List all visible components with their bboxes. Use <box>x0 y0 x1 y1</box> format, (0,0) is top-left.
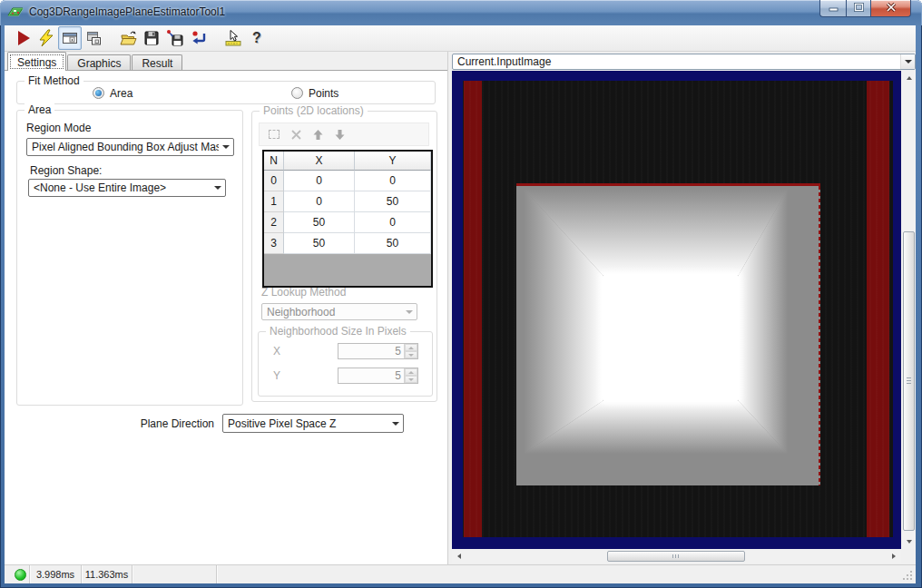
tab-result[interactable]: Result <box>132 54 182 70</box>
spin-up-button[interactable] <box>405 344 417 351</box>
neighborhood-x-value: 5 <box>338 344 404 358</box>
points-table-header[interactable]: Y <box>355 152 431 171</box>
reset-button[interactable] <box>187 26 211 50</box>
points-group: Points (2D locations) <box>251 111 437 402</box>
run-continuous-button[interactable] <box>34 26 58 50</box>
table-cell[interactable]: 0 <box>284 171 355 191</box>
image-left-red-stripe <box>464 81 482 537</box>
table-empty-area <box>264 254 431 286</box>
scroll-right-button[interactable] <box>887 550 901 563</box>
tool-cursor-button[interactable] <box>221 26 245 50</box>
table-cell[interactable]: 50 <box>284 212 355 233</box>
row-header[interactable]: 1 <box>264 191 284 212</box>
main-toolbar: ? <box>5 25 916 52</box>
neighborhood-y-value: 5 <box>338 368 404 383</box>
tab-strip: Settings Graphics Result <box>5 52 447 71</box>
region-shape-label: Region Shape: <box>30 164 102 177</box>
z-lookup-method-label: Z Lookup Method <box>261 286 346 299</box>
table-cell[interactable]: 50 <box>284 233 355 254</box>
title-bar[interactable]: Cog3DRangeImagePlaneEstimatorTool1 <box>0 0 922 25</box>
table-cell[interactable]: 0 <box>355 171 431 191</box>
close-icon <box>886 2 897 15</box>
region-shape-combobox[interactable]: <None - Use Entire Image> <box>28 179 226 197</box>
chevron-down-icon <box>219 139 233 155</box>
fit-method-group: Fit Method Area Points <box>16 81 436 104</box>
area-group: Area Region Mode Pixel Aligned Bounding … <box>16 110 243 406</box>
range-image-plane-square <box>516 183 820 485</box>
neighborhood-x-spinner[interactable]: 5 <box>338 343 418 359</box>
add-point-button[interactable] <box>263 124 285 144</box>
table-cell[interactable]: 0 <box>355 212 431 233</box>
run-button[interactable] <box>11 26 34 50</box>
points-table-header[interactable]: N <box>264 152 284 171</box>
delete-point-button[interactable] <box>285 124 307 144</box>
horizontal-scrollbar-thumb[interactable] <box>607 551 745 562</box>
save-as-button[interactable] <box>163 26 187 50</box>
status-time-2: 11.363ms <box>82 565 132 583</box>
neighborhood-size-group: Neighborhood Size In Pixels X 5 Y 5 <box>258 331 433 397</box>
move-down-button[interactable] <box>329 124 350 144</box>
spinner-buttons <box>404 344 417 358</box>
close-button[interactable] <box>870 0 911 17</box>
points-toolbar <box>259 122 429 146</box>
spin-down-button[interactable] <box>405 376 417 383</box>
horizontal-scrollbar[interactable] <box>452 550 901 563</box>
points-table-header[interactable]: X <box>284 152 355 171</box>
table-cell[interactable]: 50 <box>355 191 431 212</box>
tab-settings[interactable]: Settings <box>7 52 66 71</box>
pin-results-window-button[interactable] <box>58 26 82 50</box>
row-header[interactable]: 0 <box>264 171 284 191</box>
row-header[interactable]: 3 <box>264 233 284 254</box>
save-button[interactable] <box>140 26 163 50</box>
spin-up-icon <box>408 347 414 349</box>
resize-grip[interactable] <box>901 569 914 582</box>
status-bar: 3.998ms 11.363ms <box>5 564 916 583</box>
run-icon <box>14 29 32 47</box>
row-header[interactable]: 2 <box>264 212 284 233</box>
fit-method-area-radio[interactable] <box>93 87 104 99</box>
help-button[interactable]: ? <box>245 26 269 50</box>
open-file-button[interactable] <box>116 26 140 50</box>
table-cell[interactable]: 0 <box>284 191 355 212</box>
spin-down-icon <box>408 378 414 381</box>
float-window-button[interactable] <box>82 26 105 50</box>
vertical-scrollbar-thumb[interactable] <box>903 231 915 531</box>
scroll-left-button[interactable] <box>452 550 466 563</box>
z-lookup-method-combobox[interactable]: Neighborhood <box>261 303 417 320</box>
arrow-left-icon <box>457 554 461 559</box>
points-group-label: Points (2D locations) <box>260 104 368 117</box>
chevron-down-icon <box>388 415 403 432</box>
vertical-scrollbar[interactable] <box>902 71 916 549</box>
fit-method-points-label: Points <box>309 87 338 100</box>
spin-up-button[interactable] <box>405 368 417 376</box>
move-up-button[interactable] <box>307 124 329 144</box>
image-source-value: Current.InputImage <box>453 55 900 68</box>
app-icon <box>7 5 24 21</box>
maximize-button[interactable] <box>846 0 870 17</box>
region-shape-value: <None - Use Entire Image> <box>29 181 211 194</box>
pin-results-window-icon <box>61 29 79 47</box>
region-mode-label: Region Mode <box>26 122 91 134</box>
spin-down-icon <box>408 354 414 357</box>
fit-method-points-radio[interactable] <box>291 87 303 99</box>
region-mode-combobox[interactable]: Pixel Aligned Bounding Box Adjust Mask <box>26 138 234 156</box>
image-source-combobox[interactable]: Current.InputImage <box>452 54 916 70</box>
tab-graphics[interactable]: Graphics <box>67 54 131 70</box>
plane-direction-combobox[interactable]: Positive Pixel Space Z <box>222 414 404 433</box>
status-led-panel <box>5 565 30 583</box>
minimize-button[interactable] <box>819 0 846 17</box>
window-title: Cog3DRangeImagePlaneEstimatorTool1 <box>29 5 225 18</box>
neighborhood-y-spinner[interactable]: 5 <box>338 368 418 384</box>
fit-method-area-label: Area <box>110 87 132 100</box>
settings-pane: Settings Graphics Result Fit Method Area… <box>5 52 447 564</box>
scroll-up-button[interactable] <box>902 71 916 85</box>
spin-down-button[interactable] <box>405 351 417 358</box>
add-point-icon <box>269 130 280 139</box>
move-up-icon <box>312 129 324 141</box>
minimize-icon <box>829 2 839 15</box>
table-cell[interactable]: 50 <box>355 233 431 254</box>
pyramid-plateau <box>603 275 739 401</box>
scroll-down-button[interactable] <box>902 534 916 549</box>
range-image-display[interactable] <box>452 71 901 549</box>
caption-buttons <box>819 0 911 17</box>
